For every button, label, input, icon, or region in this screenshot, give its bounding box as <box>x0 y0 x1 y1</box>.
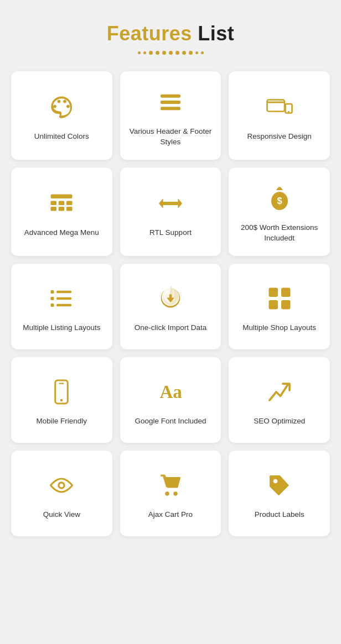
svg-rect-23 <box>268 300 278 310</box>
svg-rect-2 <box>161 107 180 110</box>
svg-rect-24 <box>281 300 291 310</box>
multiple-listing-icon <box>48 284 75 313</box>
various-header-footer-icon <box>157 88 184 117</box>
unlimited-colors-label: Unlimited Colors <box>34 132 89 142</box>
svg-rect-7 <box>51 201 57 206</box>
features-grid: Unlimited ColorsVarious Header & Footer … <box>11 71 330 536</box>
svg-point-26 <box>60 399 63 401</box>
feature-card-seo-optimized: SEO Optimized <box>229 357 330 443</box>
svg-point-32 <box>173 491 178 496</box>
seo-optimized-icon <box>266 378 293 406</box>
multiple-listing-label: Multiple Listing Layouts <box>23 323 100 333</box>
svg-rect-1 <box>161 101 180 104</box>
feature-card-multiple-shop: Multiple Shop Layouts <box>229 264 330 349</box>
one-click-import-label: One-click Import Data <box>135 323 207 333</box>
svg-rect-20 <box>56 303 71 306</box>
feature-card-mobile-friendly: Mobile Friendly <box>11 357 112 443</box>
svg-rect-12 <box>66 207 73 211</box>
page-title: Features List <box>11 22 330 45</box>
title-rest: List <box>192 22 235 45</box>
svg-rect-0 <box>161 95 180 98</box>
ajax-cart-icon <box>157 471 184 500</box>
advanced-mega-menu-icon <box>48 189 75 218</box>
google-font-icon: Aa <box>157 378 184 406</box>
feature-card-multiple-listing: Multiple Listing Layouts <box>11 264 112 349</box>
responsive-design-label: Responsive Design <box>247 132 312 142</box>
svg-rect-21 <box>268 287 278 297</box>
feature-card-product-labels: Product Labels <box>229 451 330 536</box>
svg-rect-15 <box>51 290 54 294</box>
feature-card-unlimited-colors: Unlimited Colors <box>11 71 112 160</box>
advanced-mega-menu-label: Advanced Mega Menu <box>24 228 99 238</box>
svg-rect-18 <box>56 297 71 300</box>
rtl-support-icon <box>157 189 184 218</box>
product-labels-label: Product Labels <box>255 510 304 520</box>
feature-card-responsive-design: Responsive Design <box>229 71 330 160</box>
svg-point-31 <box>165 491 169 496</box>
feature-card-various-header-footer: Various Header & Footer Styles <box>120 71 221 160</box>
page-wrapper: Features List Unlimited ColorsVarious He… <box>0 0 341 558</box>
svg-rect-19 <box>51 303 54 307</box>
seo-optimized-label: SEO Optimized <box>254 416 305 427</box>
feature-card-google-font: AaGoogle Font Included <box>120 357 221 443</box>
200-worth-label: 200$ Worth Extensions Includedt <box>235 223 323 244</box>
svg-rect-11 <box>66 201 73 206</box>
svg-point-30 <box>60 483 64 487</box>
various-header-footer-label: Various Header & Footer Styles <box>127 127 215 148</box>
svg-text:$: $ <box>277 196 282 206</box>
svg-text:Aa: Aa <box>159 381 182 401</box>
responsive-design-icon <box>266 93 293 122</box>
feature-card-200-worth: $200$ Worth Extensions Includedt <box>229 167 330 256</box>
feature-card-rtl-support: RTL Support <box>120 167 221 256</box>
mobile-friendly-icon <box>48 378 75 406</box>
header: Features List <box>11 22 330 55</box>
200-worth-icon: $ <box>266 184 293 213</box>
product-labels-icon <box>266 471 293 500</box>
svg-rect-8 <box>51 207 57 211</box>
quick-view-label: Quick View <box>43 510 80 520</box>
svg-rect-6 <box>51 195 73 199</box>
title-decoration <box>11 51 330 55</box>
ajax-cart-label: Ajax Cart Pro <box>148 510 193 520</box>
svg-rect-27 <box>59 383 64 384</box>
mobile-friendly-label: Mobile Friendly <box>37 416 87 427</box>
svg-rect-9 <box>59 201 65 206</box>
svg-rect-16 <box>56 290 71 293</box>
feature-card-advanced-mega-menu: Advanced Mega Menu <box>11 167 112 256</box>
rtl-support-label: RTL Support <box>149 228 192 238</box>
quick-view-icon <box>48 471 75 500</box>
multiple-shop-icon <box>266 284 293 313</box>
svg-rect-10 <box>59 207 65 211</box>
feature-card-ajax-cart: Ajax Cart Pro <box>120 451 221 536</box>
multiple-shop-label: Multiple Shop Layouts <box>242 323 316 333</box>
feature-card-quick-view: Quick View <box>11 451 112 536</box>
google-font-label: Google Font Included <box>135 416 206 427</box>
svg-rect-17 <box>51 297 54 300</box>
unlimited-colors-icon <box>48 93 75 122</box>
svg-point-33 <box>273 479 277 483</box>
svg-point-5 <box>288 111 290 113</box>
svg-rect-22 <box>281 287 291 297</box>
title-highlight: Features <box>107 22 192 45</box>
one-click-import-icon <box>157 284 184 313</box>
feature-card-one-click-import: One-click Import Data <box>120 264 221 349</box>
